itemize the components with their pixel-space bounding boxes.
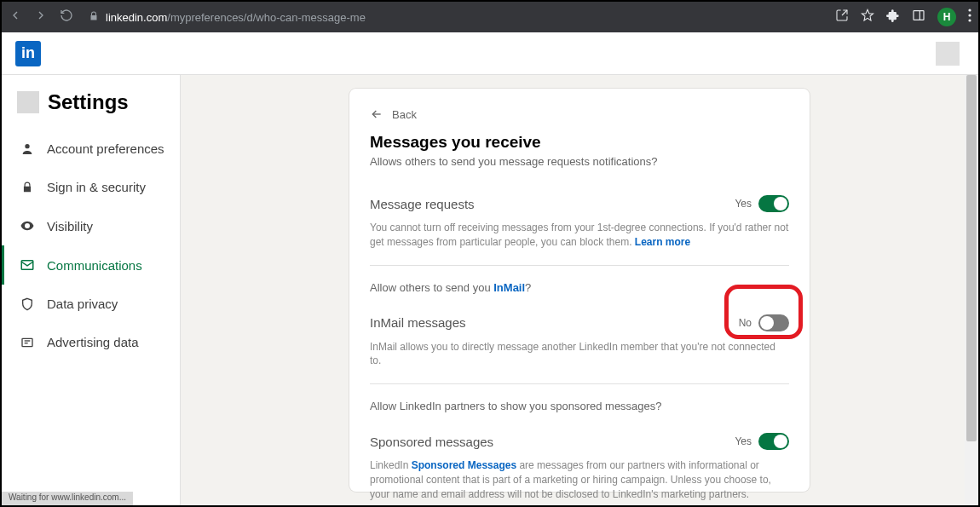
sidebar-item-label: Account preferences (47, 141, 164, 156)
svg-point-3 (968, 14, 971, 16)
inmail-messages-label: InMail messages (370, 315, 466, 330)
sidebar-item-communications[interactable]: Communications (2, 245, 180, 285)
inmail-messages-toggle[interactable] (758, 314, 789, 331)
settings-title: Settings (2, 90, 180, 130)
sponsored-intro: Allow LinkedIn partners to show you spon… (370, 400, 789, 412)
back-button[interactable]: Back (370, 107, 789, 121)
address-bar[interactable]: linkedin.com/mypreferences/d/who-can-mes… (84, 11, 825, 24)
panel-icon[interactable] (912, 9, 925, 26)
back-icon[interactable] (9, 9, 22, 26)
sidebar-item-label: Visibility (47, 219, 93, 233)
user-icon (20, 142, 35, 156)
sidebar-item-account-preferences[interactable]: Account preferences (2, 130, 180, 168)
sidebar-item-signin-security[interactable]: Sign in & security (2, 168, 180, 206)
settings-card: Back Messages you receive Allows others … (349, 89, 810, 492)
learn-more-link[interactable]: Learn more (635, 236, 690, 248)
card-title: Messages you receive (370, 133, 789, 152)
sponsored-helper: LinkedIn Sponsored Messages are messages… (370, 458, 789, 501)
sponsored-messages-toggle[interactable] (758, 433, 789, 450)
sidebar-item-label: Advertising data (47, 335, 139, 349)
svg-point-5 (25, 144, 29, 148)
share-icon[interactable] (835, 9, 849, 26)
inmail-link[interactable]: InMail (493, 281, 525, 294)
sponsored-messages-link[interactable]: Sponsored Messages (412, 459, 516, 471)
lock-icon (89, 11, 99, 24)
arrow-left-icon (370, 107, 383, 121)
url-path: /mypreferences/d/who-can-message-me (167, 11, 366, 24)
scrollbar[interactable] (965, 75, 978, 505)
forward-icon[interactable] (34, 9, 48, 26)
sidebar-item-visibility[interactable]: Visibility (2, 206, 180, 245)
toggle-state-text: Yes (735, 198, 752, 210)
sidebar-item-label: Sign in & security (47, 180, 146, 194)
svg-point-4 (968, 19, 971, 21)
settings-sidebar: Settings Account preferences Sign in & s… (2, 75, 181, 505)
star-icon[interactable] (861, 9, 874, 26)
message-requests-toggle[interactable] (758, 195, 789, 212)
ad-icon (20, 336, 35, 349)
inmail-intro: Allow others to send you InMail? (370, 281, 789, 294)
sidebar-item-label: Communications (47, 258, 142, 273)
profile-avatar[interactable]: H (937, 8, 956, 26)
message-requests-helper: You cannot turn off receiving messages f… (370, 221, 789, 266)
svg-rect-0 (914, 11, 924, 20)
mail-icon (20, 257, 35, 273)
user-avatar[interactable] (936, 42, 960, 66)
settings-icon (17, 91, 39, 113)
sidebar-item-label: Data privacy (47, 297, 118, 311)
browser-toolbar: linkedin.com/mypreferences/d/who-can-mes… (2, 2, 978, 32)
toggle-state-text: Yes (735, 435, 752, 447)
linkedin-logo[interactable]: in (15, 41, 41, 66)
sidebar-item-advertising-data[interactable]: Advertising data (2, 323, 180, 361)
svg-point-6 (26, 225, 29, 228)
lock-icon (20, 181, 35, 193)
sidebar-item-data-privacy[interactable]: Data privacy (2, 285, 180, 323)
back-label: Back (392, 108, 417, 121)
kebab-menu-icon[interactable] (968, 9, 971, 26)
inmail-helper: InMail allows you to directly message an… (370, 340, 789, 385)
app-header: in (2, 32, 978, 75)
url-domain: linkedin.com (106, 11, 167, 24)
eye-icon (20, 218, 35, 233)
message-requests-label: Message requests (370, 197, 475, 211)
shield-icon (20, 297, 35, 311)
reload-icon[interactable] (60, 9, 73, 26)
svg-point-2 (968, 9, 971, 11)
extensions-icon[interactable] (886, 9, 900, 26)
sponsored-messages-label: Sponsored messages (370, 435, 493, 449)
browser-status: Waiting for www.linkedin.com... (2, 492, 133, 505)
toggle-state-text: No (739, 317, 752, 329)
card-subtitle: Allows others to send you message reques… (370, 155, 789, 168)
